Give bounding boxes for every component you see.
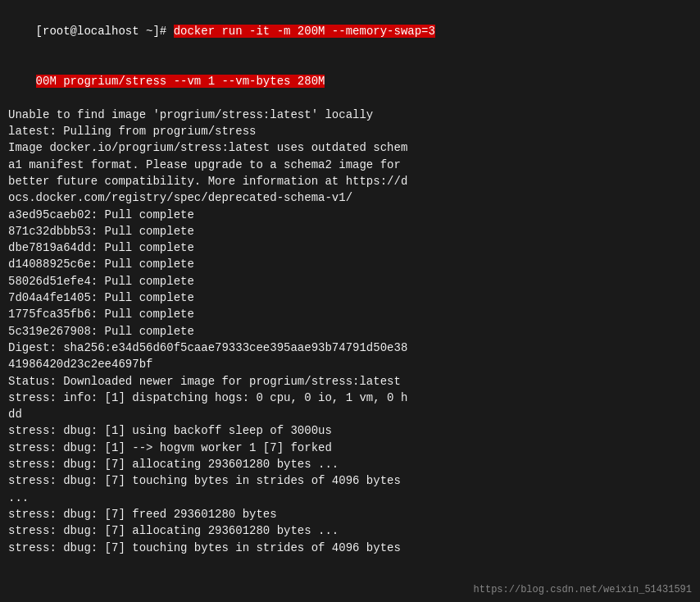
output-line-25: stress: dbug: [7] allocating 293601280 b… xyxy=(8,522,692,539)
output-line-26: stress: dbug: [7] touching bytes in stri… xyxy=(8,540,692,556)
output-line-16: Status: Downloaded newer image for progr… xyxy=(8,373,692,390)
command-highlighted-2: 00M progrium/stress --vm 1 --vm-bytes 28… xyxy=(36,75,325,88)
output-line-6: a3ed95caeb02: Pull complete xyxy=(8,207,692,223)
output-line-20: stress: dbug: [1] --> hogvm worker 1 [7]… xyxy=(8,440,692,456)
output-line-3: a1 manifest format. Please upgrade to a … xyxy=(8,157,692,173)
output-line-18: dd xyxy=(8,406,692,422)
output-line-14: Digest: sha256:e34d56d60f5caae79333cee39… xyxy=(8,340,692,356)
output-line-15: 41986420d23c2ee4697bf xyxy=(8,356,692,372)
output-line-13: 5c319e267908: Pull complete xyxy=(8,323,692,340)
output-line-7: 871c32dbbb53: Pull complete xyxy=(8,223,692,239)
terminal-window: [root@localhost ~]# docker run -it -m 20… xyxy=(0,0,700,602)
command-line-2: 00M progrium/stress --vm 1 --vm-bytes 28… xyxy=(8,57,692,107)
output-line-2: Image docker.io/progrium/stress:latest u… xyxy=(8,139,692,156)
output-line-4: better future compatibility. More inform… xyxy=(8,173,692,189)
output-line-0: Unable to find image 'progrium/stress:la… xyxy=(8,107,692,123)
output-line-17: stress: info: [1] dispatching hogs: 0 cp… xyxy=(8,390,692,406)
output-line-21: stress: dbug: [7] allocating 293601280 b… xyxy=(8,456,692,472)
output-line-22: stress: dbug: [7] touching bytes in stri… xyxy=(8,472,692,489)
output-line-9: d14088925c6e: Pull complete xyxy=(8,256,692,272)
output-line-1: latest: Pulling from progrium/stress xyxy=(8,123,692,139)
output-line-19: stress: dbug: [1] using backoff sleep of… xyxy=(8,422,692,439)
output-line-10: 58026d51efe4: Pull complete xyxy=(8,273,692,290)
output-line-24: stress: dbug: [7] freed 293601280 bytes xyxy=(8,506,692,522)
prompt-user: [root@localhost ~]# xyxy=(36,25,174,38)
output-line-11: 7d04a4fe1405: Pull complete xyxy=(8,290,692,306)
output-line-8: dbe7819a64dd: Pull complete xyxy=(8,239,692,256)
command-highlighted-1: docker run -it -m 200M --memory-swap=3 xyxy=(174,25,435,38)
output-line-12: 1775fca35fb6: Pull complete xyxy=(8,306,692,322)
watermark: https://blog.csdn.net/weixin_51431591 xyxy=(474,584,692,595)
command-line: [root@localhost ~]# docker run -it -m 20… xyxy=(8,7,692,57)
output-line-23: ... xyxy=(8,490,692,506)
output-line-5: ocs.docker.com/registry/spec/deprecated-… xyxy=(8,189,692,206)
